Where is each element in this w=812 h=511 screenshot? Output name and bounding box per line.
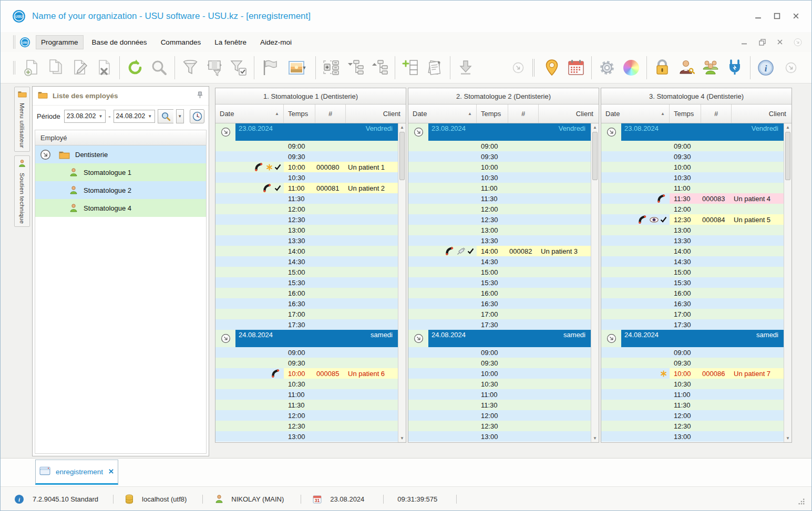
user-groups-button[interactable] [698,55,723,80]
day-band[interactable]: 23.08.2024Vendredi [428,123,591,141]
time-slot-row[interactable]: 12:00 [601,204,784,214]
day-collapse-button[interactable] [408,330,428,347]
time-slot-row[interactable]: 12:00 [408,204,591,214]
scroll-thumb[interactable] [785,132,790,180]
time-slot-row[interactable]: 15:00 [601,267,784,277]
scroll-track[interactable] [784,131,792,434]
day-band-row[interactable]: 24.08.2024samedi [601,330,784,347]
time-slot-row[interactable]: 12:30 [408,421,591,431]
calendar-button[interactable] [564,55,588,80]
time-slot-row[interactable]: 14:30 [601,256,784,267]
menu-item-programme[interactable]: Programme [36,35,84,49]
image-dropdown-icon[interactable]: ▼ [302,65,307,70]
time-slot-row[interactable]: 10:00 [601,162,784,172]
day-band[interactable]: 24.08.2024samedi [235,330,398,347]
time-slot-row[interactable]: 10:30 [601,379,784,389]
expand-tree-button[interactable] [343,55,367,80]
column-header-number[interactable]: # [701,105,732,123]
time-slot-row[interactable]: 14:00 [601,246,784,256]
time-slot-row[interactable]: 09:00 [408,347,591,358]
day-band[interactable]: 24.08.2024samedi [428,330,591,347]
time-slot-row[interactable]: 13:00 [601,225,784,235]
time-slot-row[interactable]: 12:30 [215,421,398,431]
time-slot-row[interactable]: 11:00 [408,183,591,193]
mdi-restore-button[interactable] [758,38,766,46]
time-slot-row[interactable]: 17:00 [601,309,784,319]
period-from-select[interactable]: 23.08.202 ▼ [64,110,106,123]
time-slot-row[interactable]: 15:00 [408,267,591,277]
vertical-scrollbar[interactable]: ▲▼ [784,123,792,442]
time-slot-row[interactable]: 11:00 [215,389,398,400]
vertical-scrollbar[interactable]: ▲▼ [591,123,599,442]
vertical-scrollbar[interactable]: ▲▼ [398,123,406,442]
sidebar-tab-soutien-technique[interactable]: Soutien technique [14,155,30,227]
download-button[interactable] [454,55,478,80]
period-to-select[interactable]: 24.08.202 ▼ [114,110,155,123]
column-header-date[interactable]: Date▲ [215,105,284,123]
time-slot-row[interactable]: 11:00 [601,183,784,193]
time-slot-row[interactable]: 09:00 [601,141,784,151]
scroll-up-icon[interactable]: ▲ [784,123,792,131]
column-header-temps[interactable]: Temps [477,105,508,123]
time-slot-row[interactable]: 13:00 [408,431,591,442]
time-slot-row[interactable]: 12:00 [408,410,591,421]
time-slot-row[interactable]: 10:30 [601,172,784,183]
new-document-button[interactable] [19,55,44,80]
day-collapse-button[interactable] [601,330,621,347]
time-slot-row[interactable]: 12:30 [215,214,398,225]
scroll-down-button-2[interactable] [782,55,800,80]
time-slot-row[interactable]: 09:30 [408,358,591,368]
tree-node-stomatologue-1[interactable]: Stomatologue 1 [35,163,206,181]
day-band-row[interactable]: 23.08.2024Vendredi [601,123,784,141]
time-slot-row[interactable]: 14:30 [408,256,591,267]
day-band[interactable]: 24.08.2024samedi [621,330,784,347]
time-slot-row[interactable]: 12:00 [215,410,398,421]
column-header-number[interactable]: # [508,105,539,123]
filter-apply-button[interactable] [227,55,251,80]
time-slot-row[interactable]: 12:00 [215,204,398,214]
pin-icon[interactable] [197,91,203,101]
filter-columns-button[interactable] [202,55,227,80]
time-slot-row[interactable]: 11:30 [408,193,591,204]
time-slot-row[interactable]: 16:30 [215,298,398,309]
collapse-node-icon[interactable] [40,149,51,160]
minimize-button[interactable] [754,12,762,19]
plugins-button[interactable] [723,55,747,80]
day-collapse-button[interactable] [215,123,235,141]
time-slot-row[interactable]: 09:00 [601,347,784,358]
time-slot-row[interactable]: 09:30 [215,358,398,368]
sidebar-tab-menu-utilisateur[interactable]: Menu utilisateur [14,87,30,152]
time-slot-row[interactable]: 09:00 [408,141,591,151]
time-slot-row[interactable]: 14:30 [215,256,398,267]
time-slot-row[interactable]: 17:30 [215,319,398,330]
time-slot-row[interactable]: 12:00 [601,410,784,421]
time-slot-row[interactable]: 09:00 [215,141,398,151]
day-band-row[interactable]: 24.08.2024samedi [408,330,591,347]
day-band[interactable]: 23.08.2024Vendredi [621,123,784,141]
period-search-button[interactable] [158,109,173,123]
time-slot-row[interactable]: 11:00 [408,389,591,400]
refresh-button[interactable] [123,55,147,80]
scroll-thumb[interactable] [399,132,405,180]
time-slot-row[interactable]: 13:00 [601,431,784,442]
column-header-number[interactable]: # [315,105,346,123]
column-header-client[interactable]: Client [539,105,599,123]
scroll-down-button[interactable] [509,55,527,80]
employee-column-header[interactable]: Employé [35,130,206,145]
time-slot-row[interactable]: 11:30 [601,400,784,410]
tab-enregistrement[interactable]: enregistrement [35,460,118,485]
time-slot-row[interactable]: 11:30 [215,193,398,204]
column-header-temps[interactable]: Temps [670,105,701,123]
time-slot-row[interactable]: 09:00 [215,347,398,358]
color-scheme-button[interactable] [619,55,643,80]
day-band[interactable]: 23.08.2024Vendredi [235,123,398,141]
time-slot-row[interactable]: 10:30 [408,172,591,183]
time-slot-row[interactable]: 09:30 [408,151,591,162]
time-slot-row[interactable]: 13:00 [408,225,591,235]
appointment-row[interactable]: 11:00000081Un patient 2 [215,183,398,193]
time-slot-row[interactable]: 13:00 [215,431,398,442]
column-header-client[interactable]: Client [346,105,406,123]
maximize-button[interactable] [773,12,781,19]
column-header-client[interactable]: Client [732,105,792,123]
time-slot-row[interactable]: 10:30 [215,172,398,183]
